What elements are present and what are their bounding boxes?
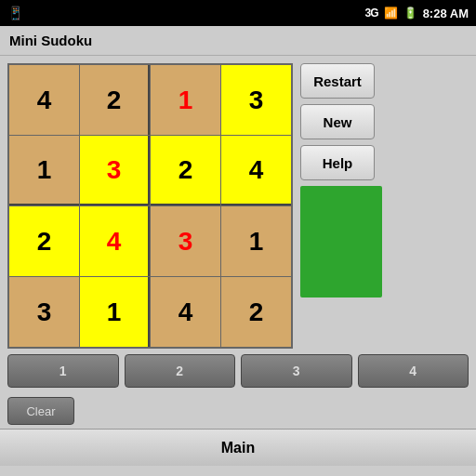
battery-icon: 🔋 <box>403 7 417 20</box>
title-bar: Mini Sudoku <box>0 26 476 56</box>
clear-row: Clear <box>0 393 476 429</box>
new-button[interactable]: New <box>300 104 375 139</box>
num-button-4[interactable]: 4 <box>358 354 469 388</box>
cell-7[interactable]: 4 <box>221 136 291 205</box>
num-button-3[interactable]: 3 <box>241 354 352 388</box>
cell-11[interactable]: 1 <box>221 206 291 276</box>
cell-10[interactable]: 3 <box>151 206 220 276</box>
cell-14[interactable]: 4 <box>151 277 220 347</box>
bars-icon: 📶 <box>384 7 398 20</box>
cell-3[interactable]: 3 <box>221 65 291 135</box>
restart-button[interactable]: Restart <box>300 63 375 99</box>
phone-icon: 📱 <box>7 6 23 20</box>
bottom-bar[interactable]: Main <box>0 429 476 466</box>
clear-button[interactable]: Clear <box>7 397 74 425</box>
bottom-bar-label: Main <box>221 440 255 456</box>
right-panel: Restart New Help <box>300 63 382 298</box>
cell-13[interactable]: 1 <box>80 277 150 347</box>
status-bar: 📱 3G 📶 🔋 8:28 AM <box>0 0 476 26</box>
green-decoration <box>300 186 382 298</box>
cell-5[interactable]: 3 <box>80 136 150 205</box>
time-display: 8:28 AM <box>423 7 469 20</box>
cell-9[interactable]: 4 <box>80 206 150 276</box>
signal-icon: 3G <box>365 7 378 20</box>
cell-4[interactable]: 1 <box>9 136 79 205</box>
cell-15[interactable]: 2 <box>221 277 291 347</box>
status-bar-left: 📱 <box>7 6 23 20</box>
cell-2[interactable]: 1 <box>151 65 220 135</box>
content-area: 4213132424313142 Restart New Help <box>0 56 476 349</box>
app-title: Mini Sudoku <box>9 33 92 48</box>
num-button-1[interactable]: 1 <box>7 354 119 388</box>
sudoku-grid[interactable]: 4213132424313142 <box>7 63 293 349</box>
cell-6[interactable]: 2 <box>151 136 220 205</box>
cell-8[interactable]: 2 <box>9 206 79 276</box>
number-buttons-row: 1 2 3 4 <box>0 349 476 393</box>
cell-12[interactable]: 3 <box>9 277 79 347</box>
cell-1[interactable]: 2 <box>80 65 150 135</box>
help-button[interactable]: Help <box>300 145 375 180</box>
status-bar-right: 3G 📶 🔋 8:28 AM <box>365 7 469 20</box>
num-button-2[interactable]: 2 <box>125 354 236 388</box>
cell-0[interactable]: 4 <box>9 65 79 135</box>
